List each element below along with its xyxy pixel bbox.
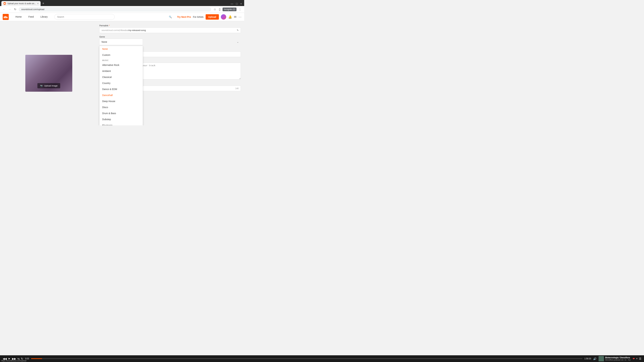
address-icons: ☆ ▯ Incognito (2) ⋮ xyxy=(213,7,242,12)
incognito-button[interactable]: Incognito (2) xyxy=(222,7,236,11)
svg-rect-3 xyxy=(5,3,5,4)
tab-close-button[interactable]: × xyxy=(37,2,38,5)
svg-rect-10 xyxy=(7,17,8,18)
svg-rect-5 xyxy=(4,16,4,18)
genre-option-ambient[interactable]: Ambient xyxy=(100,68,143,74)
search-input[interactable] xyxy=(54,14,115,19)
nav-home[interactable]: Home xyxy=(12,13,25,21)
genre-group: Genre None ⌄ None Custom MUSIC Alternati… xyxy=(99,36,241,45)
forward-button[interactable]: → xyxy=(8,7,12,11)
soundcloud-header: Home Feed Library 🔍 Try Next Pro For Art… xyxy=(0,13,244,21)
bookmark-button[interactable]: ☆ xyxy=(213,7,217,12)
notification-button[interactable]: 🔔 xyxy=(228,15,232,19)
caption-char-count: 140 xyxy=(233,87,241,90)
search-icon: 🔍 xyxy=(169,15,172,18)
tab-favicon xyxy=(3,2,6,5)
camera-icon: 📷 xyxy=(40,84,43,87)
refresh-button[interactable]: ↻ xyxy=(14,7,17,11)
svg-rect-6 xyxy=(4,16,5,18)
active-tab[interactable]: Upload your music & audio an... × xyxy=(1,1,40,6)
nav-feed[interactable]: Feed xyxy=(25,13,37,21)
tab-title: Upload your music & audio an... xyxy=(8,2,36,5)
genre-option-alt-rock[interactable]: Alternative Rock xyxy=(100,62,143,68)
required-indicator: * xyxy=(109,24,110,27)
upload-image-label: Upload image xyxy=(44,84,58,87)
permalink-slug: my-released-song xyxy=(128,29,146,31)
svg-rect-4 xyxy=(5,3,6,4)
sc-logo[interactable] xyxy=(3,14,9,20)
permalink-row: soundcloud.com/a24beaba/ my-released-son… xyxy=(99,27,241,33)
minimize-button[interactable]: — xyxy=(230,2,234,5)
main-content: 📷 Upload image Permalink * soundcloud.co… xyxy=(0,21,244,125)
genre-select[interactable]: None xyxy=(99,39,143,45)
message-button[interactable]: ✉ xyxy=(234,15,236,19)
svg-rect-9 xyxy=(6,16,7,18)
permalink-base: soundcloud.com/a24beaba/ xyxy=(102,29,128,31)
genre-dropdown: None Custom MUSIC Alternative Rock Ambie… xyxy=(99,46,143,125)
user-avatar[interactable] xyxy=(221,14,226,19)
svg-rect-0 xyxy=(4,3,4,4)
svg-rect-7 xyxy=(5,16,6,18)
genre-select-wrapper: None ⌄ xyxy=(99,39,241,45)
genre-option-drum-bass[interactable]: Drum & Bass xyxy=(100,110,143,116)
close-window-button[interactable]: × xyxy=(239,2,243,5)
header-right: Try Next Pro For Artists Upload 🔔 ✉ ⋯ xyxy=(177,14,242,19)
for-artists-link[interactable]: For Artists xyxy=(193,15,204,18)
permalink-edit-button[interactable]: ✎ xyxy=(237,29,239,31)
address-bar: ← → ↻ ☆ ▯ Incognito (2) ⋮ xyxy=(0,6,244,13)
genre-option-electronic[interactable]: Electronic xyxy=(100,122,143,125)
genre-option-deep-house[interactable]: Deep House xyxy=(100,98,143,104)
genre-option-custom[interactable]: Custom xyxy=(100,52,143,58)
genre-option-disco[interactable]: Disco xyxy=(100,104,143,110)
upload-image-button[interactable]: 📷 Upload image xyxy=(38,83,60,88)
try-next-pro-link[interactable]: Try Next Pro xyxy=(177,15,191,18)
window-controls: — □ × xyxy=(230,2,243,5)
svg-rect-1 xyxy=(4,3,4,4)
genre-option-none[interactable]: None xyxy=(100,46,143,52)
permalink-label: Permalink * xyxy=(99,24,241,27)
search-container: 🔍 xyxy=(54,14,174,19)
right-panel: Permalink * soundcloud.com/a24beaba/ my-… xyxy=(98,21,244,125)
nav-library[interactable]: Library xyxy=(37,13,51,21)
genre-selected-value: None xyxy=(102,40,107,43)
svg-rect-8 xyxy=(6,16,6,18)
upload-image-area: 📷 Upload image xyxy=(25,55,72,92)
upload-button[interactable]: Upload xyxy=(206,14,219,19)
main-nav: Home Feed Library xyxy=(12,13,51,21)
maximize-button[interactable]: □ xyxy=(235,2,239,5)
address-input[interactable] xyxy=(18,7,211,11)
genre-label: Genre xyxy=(99,36,241,38)
genre-section-music: MUSIC xyxy=(100,58,143,62)
permalink-group: Permalink * soundcloud.com/a24beaba/ my-… xyxy=(99,24,241,33)
genre-option-dubstep[interactable]: Dubstep xyxy=(100,116,143,122)
genre-option-dancehall[interactable]: Dancehall xyxy=(100,92,143,98)
svg-rect-2 xyxy=(4,3,5,4)
more-options-button[interactable]: ⋮ xyxy=(238,7,242,12)
genre-option-country[interactable]: Country xyxy=(100,80,143,86)
tab-bar: Upload your music & audio an... × + — □ … xyxy=(0,0,244,6)
left-panel: 📷 Upload image xyxy=(0,21,98,125)
soundcloud-logo-icon xyxy=(3,14,9,20)
new-tab-button[interactable]: + xyxy=(41,1,46,5)
extension-button[interactable]: ▯ xyxy=(218,7,221,12)
back-button[interactable]: ← xyxy=(2,7,6,11)
chevron-down-icon: ⌄ xyxy=(237,40,239,43)
genre-option-classical[interactable]: Classical xyxy=(100,74,143,80)
genre-option-dance-edm[interactable]: Dance & EDM xyxy=(100,86,143,92)
more-button[interactable]: ⋯ xyxy=(238,15,242,19)
